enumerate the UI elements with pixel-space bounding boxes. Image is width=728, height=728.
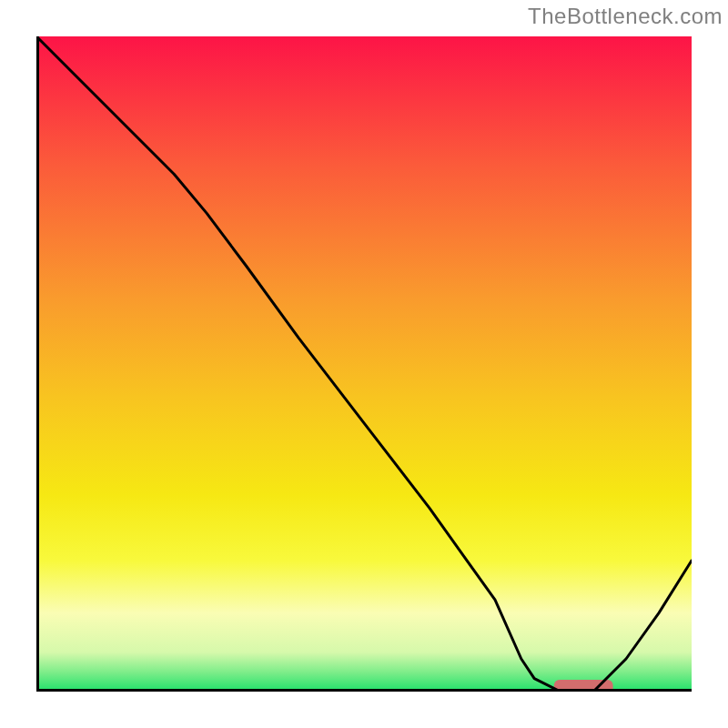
bottleneck-chart: [36, 36, 692, 692]
chart-frame: TheBottleneck.com: [0, 0, 728, 728]
watermark-text: TheBottleneck.com: [528, 4, 723, 29]
chart-svg: [36, 36, 692, 692]
